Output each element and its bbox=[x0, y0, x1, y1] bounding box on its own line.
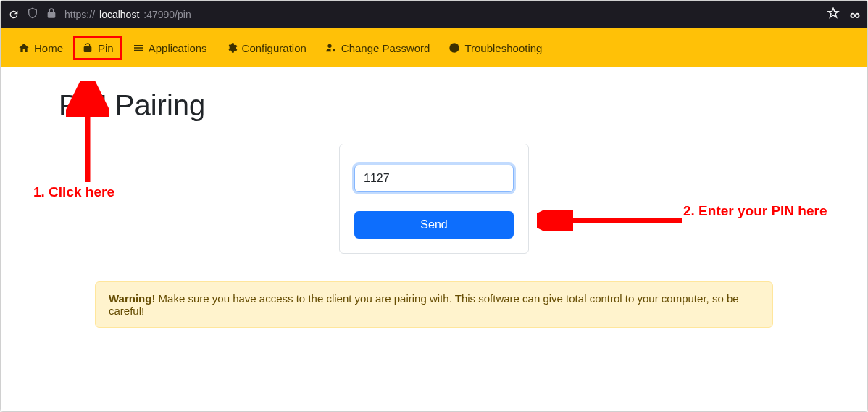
nav-configuration-label: Configuration bbox=[242, 42, 306, 54]
info-icon bbox=[448, 42, 460, 54]
nav-applications-label: Applications bbox=[149, 42, 207, 54]
url-host: localhost bbox=[99, 9, 139, 20]
warning-strong: Warning! bbox=[109, 292, 155, 305]
nav-change-password[interactable]: Change Password bbox=[317, 36, 439, 60]
nav-troubleshooting-label: Troubleshooting bbox=[464, 42, 542, 54]
gear-icon bbox=[226, 42, 238, 54]
nav-applications[interactable]: Applications bbox=[124, 36, 216, 60]
user-gear-icon bbox=[325, 42, 337, 54]
nav-pin[interactable]: Pin bbox=[73, 36, 122, 60]
nav-home[interactable]: Home bbox=[9, 36, 72, 60]
list-icon bbox=[133, 42, 144, 54]
home-icon bbox=[18, 42, 30, 54]
infinity-icon[interactable]: ∞ bbox=[850, 7, 860, 23]
url-rest: :47990/pin bbox=[143, 9, 191, 20]
shield-icon bbox=[27, 7, 38, 22]
top-nav: Home Pin Applications Configuration Chan… bbox=[1, 28, 867, 67]
page-body: PIN Pairing Send Warning! Make sure you … bbox=[1, 67, 867, 342]
lock-icon bbox=[46, 7, 57, 22]
nav-troubleshooting[interactable]: Troubleshooting bbox=[440, 36, 551, 60]
nav-configuration[interactable]: Configuration bbox=[217, 36, 315, 60]
warning-alert: Warning! Make sure you have access to th… bbox=[95, 281, 773, 328]
page-title: PIN Pairing bbox=[59, 89, 809, 122]
reload-icon[interactable] bbox=[8, 9, 20, 20]
bookmark-star-icon[interactable] bbox=[827, 7, 840, 23]
pin-card: Send bbox=[339, 144, 529, 254]
warning-text: Make sure you have access to the client … bbox=[109, 292, 739, 317]
nav-home-label: Home bbox=[34, 42, 63, 54]
browser-toolbar: https://localhost:47990/pin ∞ bbox=[1, 1, 867, 28]
send-button[interactable]: Send bbox=[354, 211, 514, 239]
address-bar[interactable]: https://localhost:47990/pin bbox=[64, 9, 191, 20]
nav-pin-label: Pin bbox=[98, 42, 114, 54]
unlock-icon bbox=[82, 42, 93, 54]
pin-input[interactable] bbox=[354, 165, 514, 192]
svg-point-0 bbox=[450, 43, 459, 52]
nav-change-password-label: Change Password bbox=[341, 42, 430, 54]
url-protocol: https:// bbox=[64, 9, 95, 20]
